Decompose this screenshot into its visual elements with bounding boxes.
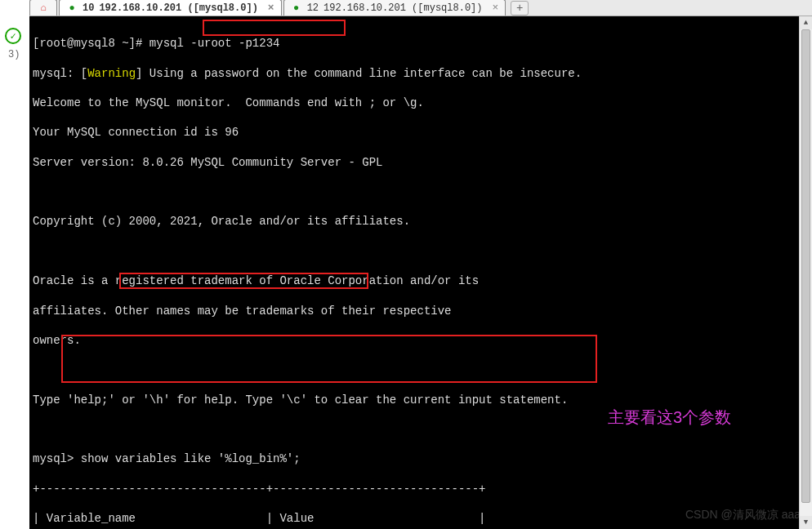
oracle-line-2: affiliates. Other names may be trademark…: [33, 304, 809, 318]
tab-id: 10: [83, 2, 94, 14]
mysql-prefix: mysql: [: [33, 67, 87, 80]
home-icon: ⌂: [38, 2, 49, 14]
table-border: +---------------------------------+-----…: [33, 482, 809, 496]
tab-label: 192.168.10.201 ([mysql8.0]): [99, 2, 257, 14]
tab-id: 12: [307, 2, 319, 14]
gutter-text: 3): [8, 49, 20, 60]
annotation-text: 主要看这3个参数: [608, 407, 731, 429]
scrollbar[interactable]: ▲ ▼: [799, 16, 812, 529]
tab-bar: ⌂ ● 10 192.168.10.201 ([mysql8.0]) × ● 1…: [29, 0, 812, 16]
scroll-down-icon[interactable]: ▼: [800, 516, 812, 529]
connection-id-line: Your MySQL connection id is 96: [33, 125, 809, 140]
editor-gutter: ✓ 3): [0, 0, 29, 529]
tab-home[interactable]: ⌂: [29, 0, 57, 16]
oracle-line-1: Oracle is a registered trademark of Orac…: [33, 273, 809, 288]
scroll-thumb[interactable]: [801, 29, 810, 503]
check-icon: ✓: [5, 28, 21, 44]
sql-query: show variables like '%log_bin%';: [81, 452, 301, 465]
warning-rest: ] Using a password on the command line i…: [136, 67, 582, 80]
watermark: CSDN @清风微凉 aaa: [685, 508, 801, 522]
close-icon[interactable]: ×: [493, 2, 499, 14]
help-line: Type 'help;' or '\h' for help. Type '\c'…: [33, 393, 809, 407]
mysql-prompt: mysql>: [33, 452, 81, 465]
scroll-up-icon[interactable]: ▲: [800, 16, 812, 29]
welcome-line: Welcome to the MySQL monitor. Commands e…: [33, 96, 809, 110]
warning-label: Warning: [87, 67, 136, 80]
shell-command: mysql -uroot -p1234: [149, 37, 280, 50]
tab-session-2[interactable]: ● 12 192.168.10.201 ([mysql8.0]) ×: [283, 0, 506, 16]
add-tab-button[interactable]: +: [511, 1, 529, 16]
bullet-icon: ●: [66, 2, 78, 14]
oracle-line-3: owners.: [33, 333, 809, 348]
close-icon[interactable]: ×: [268, 2, 274, 14]
shell-prompt: [root@mysql8 ~]#: [33, 37, 149, 50]
tab-session-1[interactable]: ● 10 192.168.10.201 ([mysql8.0]) ×: [59, 0, 282, 16]
copyright-line: Copyright (c) 2000, 2021, Oracle and/or …: [33, 214, 809, 229]
server-version-line: Server version: 8.0.26 MySQL Community S…: [33, 155, 809, 170]
terminal-output[interactable]: [root@mysql8 ~]# mysql -uroot -p1234 mys…: [29, 16, 812, 529]
bullet-icon: ●: [291, 2, 302, 14]
tab-label: 192.168.10.201 ([mysql8.0]): [323, 2, 482, 14]
